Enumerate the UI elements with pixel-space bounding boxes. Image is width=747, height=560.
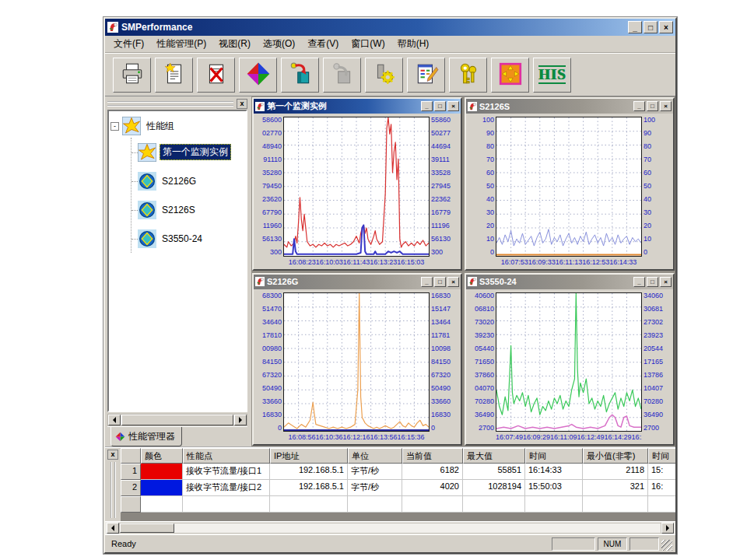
toolbar-perf-view-button[interactable] bbox=[239, 58, 277, 93]
chart-area: 5860002770489409111035280794502362067790… bbox=[254, 114, 461, 269]
toolbar-configure-button[interactable] bbox=[365, 58, 403, 93]
scroll-thumb[interactable] bbox=[120, 523, 174, 533]
navigate-icon bbox=[498, 61, 523, 89]
toolbar-report-new-button[interactable] bbox=[155, 58, 193, 93]
column-header[interactable]: 最小值(非零) bbox=[583, 448, 648, 464]
minimize-button[interactable]: _ bbox=[421, 277, 433, 287]
toolbar-log-edit-button[interactable] bbox=[407, 58, 445, 93]
minimize-button[interactable]: _ bbox=[633, 101, 645, 111]
tree-node-root[interactable]: -性能组 bbox=[110, 114, 244, 138]
maximize-button[interactable]: □ bbox=[647, 101, 658, 111]
table-cell: 2118 bbox=[583, 464, 648, 480]
y-tick-label: 300 bbox=[431, 249, 460, 256]
chart-window-s3550-24: S3550-24_□×40600068107302039230054407165… bbox=[465, 273, 675, 446]
tree-node-xxxxxxx[interactable]: 第一个监测实例 bbox=[132, 138, 244, 166]
minimize-button[interactable]: _ bbox=[421, 101, 433, 111]
toolbar-print-button[interactable] bbox=[113, 58, 151, 93]
table-row[interactable]: 2接收字节流量/接口2192.168.5.1字节/秒4020102819415:… bbox=[121, 480, 675, 496]
scroll-right-icon[interactable] bbox=[661, 523, 674, 534]
table-cell: 字节/秒 bbox=[348, 464, 402, 480]
resize-grip[interactable] bbox=[661, 540, 672, 551]
table-cell: 16:14:33 bbox=[525, 464, 583, 480]
tree-root-label: 性能组 bbox=[144, 119, 177, 134]
toolbar-navigate-button[interactable] bbox=[491, 58, 529, 93]
tab-performance-manager[interactable]: 性能管理器 bbox=[110, 427, 182, 446]
menu-perf-manage[interactable]: 性能管理(P) bbox=[151, 36, 212, 52]
y-tick-label: 0 bbox=[644, 249, 672, 256]
grip-handle[interactable] bbox=[107, 101, 233, 107]
chart-window-title: 第一个监测实例 bbox=[267, 100, 419, 112]
column-header[interactable] bbox=[121, 448, 141, 464]
y-tick-label: 70280 bbox=[467, 398, 494, 405]
scroll-right-icon[interactable] bbox=[234, 415, 247, 425]
chart-window-titlebar[interactable]: S2126G_□× bbox=[254, 275, 461, 289]
scroll-thumb[interactable] bbox=[121, 415, 233, 425]
maximize-button[interactable]: □ bbox=[647, 277, 658, 287]
scroll-left-icon[interactable] bbox=[107, 523, 119, 534]
table-close-icon[interactable]: x bbox=[107, 450, 118, 460]
y-tick-label: 36490 bbox=[467, 411, 494, 418]
tree-node-S2126G[interactable]: S2126G bbox=[132, 166, 244, 195]
table-cell bbox=[348, 496, 402, 513]
import-icon bbox=[288, 61, 313, 89]
window-controls: _ □ × bbox=[628, 21, 673, 33]
menu-help[interactable]: 帮助(H) bbox=[392, 36, 435, 52]
toolbar-history-button[interactable]: HIS bbox=[533, 58, 571, 93]
menu-file[interactable]: 文件(F) bbox=[108, 36, 149, 52]
sidebar-grip[interactable]: x bbox=[107, 98, 247, 110]
tree-node-S2126S[interactable]: S2126S bbox=[132, 195, 244, 224]
close-button[interactable]: × bbox=[660, 101, 672, 111]
column-header[interactable]: 时间 bbox=[525, 448, 583, 464]
chart-window-titlebar[interactable]: S2126S_□× bbox=[466, 99, 673, 114]
sidebar-close-icon[interactable]: x bbox=[237, 99, 247, 109]
y-tick-label: 55860 bbox=[431, 117, 460, 124]
tree-expander-icon[interactable]: - bbox=[110, 122, 119, 131]
titlebar[interactable]: SMPerformance _ □ × bbox=[105, 19, 675, 36]
toolbar-import-data-button[interactable] bbox=[281, 58, 319, 93]
x-axis-labels: 16:07:4916:09:2916:11:0916:12:4916:14:29… bbox=[496, 432, 642, 443]
close-button[interactable]: × bbox=[447, 277, 459, 287]
table-cell bbox=[648, 496, 675, 513]
minimize-button[interactable]: _ bbox=[628, 21, 642, 33]
y-tick-label: 13786 bbox=[644, 372, 672, 379]
column-header[interactable]: 颜色 bbox=[141, 448, 183, 464]
y-tick-label: 36490 bbox=[644, 411, 672, 418]
maximize-button[interactable]: □ bbox=[434, 277, 446, 287]
column-header[interactable]: 性能点 bbox=[183, 448, 270, 464]
toolbar-security-button[interactable] bbox=[449, 58, 487, 93]
table-hscrollbar[interactable] bbox=[105, 521, 675, 534]
column-header[interactable]: 当前值 bbox=[402, 448, 463, 464]
menu-window[interactable]: 窗口(W) bbox=[345, 36, 390, 52]
tree-node-S3550-24[interactable]: S3550-24 bbox=[132, 224, 244, 253]
close-button[interactable]: × bbox=[660, 277, 672, 287]
chart-window-s2126s: S2126S_□×1009080706050403020100100908070… bbox=[465, 97, 675, 271]
scroll-track[interactable] bbox=[119, 523, 661, 534]
scroll-left-icon[interactable] bbox=[108, 415, 121, 425]
menu-inspect[interactable]: 查看(V) bbox=[302, 36, 344, 52]
column-header[interactable]: 单位 bbox=[348, 448, 402, 464]
table-grip-handle[interactable] bbox=[110, 462, 116, 518]
menu-view[interactable]: 视图(R) bbox=[213, 36, 256, 52]
color-swatch bbox=[141, 464, 183, 480]
close-button[interactable]: × bbox=[447, 101, 459, 111]
print-icon bbox=[120, 61, 145, 89]
column-header[interactable]: IP地址 bbox=[270, 448, 348, 464]
column-header[interactable]: 最大值 bbox=[463, 448, 525, 464]
menu-options[interactable]: 选项(O) bbox=[258, 36, 300, 52]
chart-window-titlebar[interactable]: 第一个监测实例_□× bbox=[254, 99, 461, 114]
close-button[interactable]: × bbox=[659, 21, 673, 33]
chart-window-titlebar[interactable]: S3550-24_□× bbox=[466, 275, 673, 289]
y-tick-label: 30 bbox=[467, 209, 494, 216]
plot-area bbox=[496, 292, 642, 432]
y-tick-label: 50277 bbox=[431, 130, 460, 137]
toolbar-report-delete-button[interactable] bbox=[197, 58, 235, 93]
sidebar-hscrollbar[interactable] bbox=[107, 414, 247, 426]
minimize-button[interactable]: _ bbox=[633, 277, 645, 287]
app-window: SMPerformance _ □ × 文件(F)性能管理(P)视图(R)选项(… bbox=[103, 17, 677, 554]
column-header[interactable]: 时间 bbox=[648, 448, 675, 464]
maximize-button[interactable]: □ bbox=[644, 21, 658, 33]
y-tick-label: 40600 bbox=[467, 292, 494, 299]
table-row[interactable]: 1接收字节流量/接口1192.168.5.1字节/秒61825585116:14… bbox=[121, 464, 675, 480]
maximize-button[interactable]: □ bbox=[434, 101, 446, 111]
y-tick-label: 13464 bbox=[431, 319, 460, 326]
